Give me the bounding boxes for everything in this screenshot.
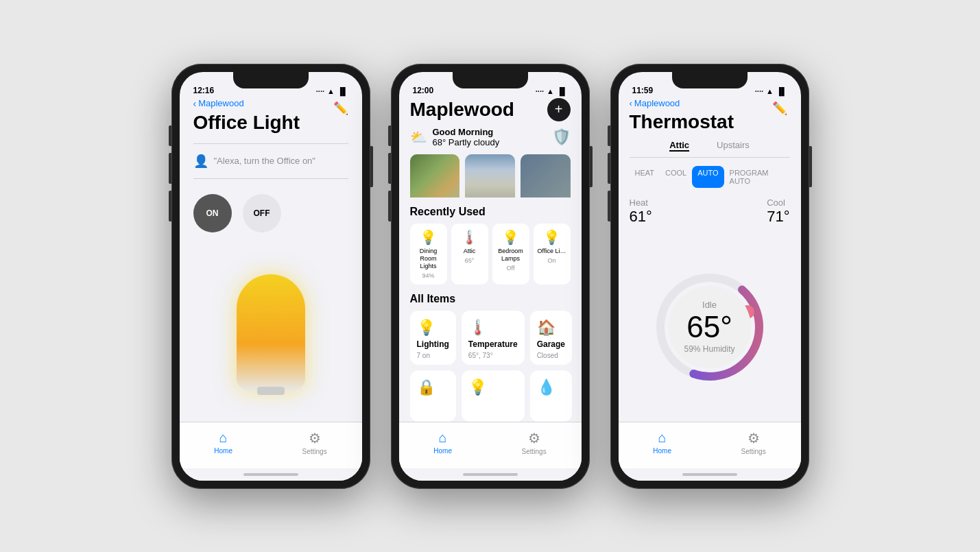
off-button[interactable]: OFF [243, 194, 281, 232]
mode-heat[interactable]: HEAT [630, 166, 660, 188]
settings-icon: ⚙ [748, 430, 760, 446]
recently-used-title: Recently Used [410, 206, 571, 218]
phone-2: 12:00 ···· ▲ ▐▌ Maplewood + ⛅ Go [391, 64, 590, 489]
alexa-icon: 👤 [193, 154, 208, 169]
alexa-text: "Alexa, turn the Office on" [214, 156, 315, 166]
phone3-screen: 11:59 ···· ▲ ▐▌ ‹ Maplewood Thermostat ✏… [619, 72, 801, 481]
mode-program-auto[interactable]: PROGRAM AUTO [724, 166, 790, 188]
edit-icon[interactable]: ✏️ [333, 101, 348, 116]
bulb-icon: 💡 [468, 379, 518, 396]
item-lock[interactable]: 🔒 [410, 370, 456, 422]
toggle-row: ON OFF [193, 194, 348, 232]
cool-section: Cool 71° [767, 197, 789, 226]
settings-icon: ⚙ [309, 430, 321, 446]
nav-home[interactable]: ⌂ Home [653, 430, 671, 455]
bottom-nav: ⌂ Home ⚙ Settings [619, 422, 801, 468]
status-icons: ···· ▲ ▐▌ [755, 87, 787, 95]
device-dining-room[interactable]: 💡 Dining Room Lights 94% [410, 224, 447, 284]
security-shield-icon: 🛡️ [552, 128, 571, 146]
phone1-screen: 12:16 ···· ▲ ▐▌ ‹ Maplewood Office Light… [180, 72, 362, 481]
weather-icon: ⛅ [410, 129, 427, 145]
item-temperature[interactable]: 🌡️ Temperature 65°, 73° [462, 311, 525, 365]
backyard-image [410, 154, 460, 198]
weather-detail: 68° Partly cloudy [433, 137, 500, 147]
phone3-main: ‹ Maplewood Thermostat ✏️ Attic Upstairs… [619, 98, 801, 422]
light-bulb-visual [193, 250, 348, 415]
on-button[interactable]: ON [193, 194, 232, 232]
back-chevron-icon: ‹ [630, 98, 632, 108]
nav-home-label: Home [433, 447, 452, 455]
home-indicator [619, 468, 801, 481]
device-bedroom[interactable]: 💡 Bedroom Lamps Off [492, 224, 529, 284]
heat-cool-row: Heat 61° Cool 71° [630, 197, 790, 226]
locations-row: Backyard Main House W [410, 154, 571, 198]
garage-name: Garage [537, 339, 565, 349]
phones-container: 12:16 ···· ▲ ▐▌ ‹ Maplewood Office Light… [158, 50, 823, 503]
back-label: Maplewood [198, 98, 244, 108]
page-title: Office Light [193, 112, 348, 134]
status-time: 12:00 [413, 86, 434, 95]
item-garage[interactable]: 🏠 Garage Closed [530, 311, 572, 365]
item-water[interactable]: 💧 [530, 370, 572, 422]
attic-icon: 🌡️ [461, 229, 478, 245]
bedroom-status: Off [507, 265, 515, 272]
cool-label: Cool [767, 197, 789, 208]
room-tabs: Attic Upstairs [630, 140, 790, 158]
location-w[interactable]: W [521, 154, 571, 198]
settings-icon: ⚙ [528, 430, 540, 446]
nav-settings[interactable]: ⚙ Settings [522, 430, 547, 455]
nav-home-label: Home [653, 447, 671, 455]
battery-icon: ▐▌ [557, 87, 568, 95]
tab-attic[interactable]: Attic [669, 140, 689, 152]
nav-settings-label: Settings [302, 448, 327, 455]
light-bulb [237, 274, 305, 391]
nav-home[interactable]: ⌂ Home [433, 430, 452, 455]
status-icons: ···· ▲ ▐▌ [316, 87, 348, 95]
home-icon: ⌂ [439, 430, 447, 446]
all-items-grid: 💡 Lighting 7 on 🌡️ Temperature 65°, 73° … [410, 311, 571, 422]
add-button[interactable]: + [547, 98, 571, 121]
item-lighting[interactable]: 💡 Lighting 7 on [410, 311, 456, 365]
nav-settings[interactable]: ⚙ Settings [741, 430, 766, 455]
item-bulb[interactable]: 💡 [462, 370, 525, 422]
mode-auto[interactable]: AUTO [692, 166, 724, 188]
tab-upstairs[interactable]: Upstairs [717, 140, 750, 152]
status-time: 11:59 [632, 86, 654, 95]
home-indicator [180, 468, 362, 481]
weather-greeting: Good Morning [433, 127, 494, 137]
weather-text: Good Morning 68° Partly cloudy [433, 127, 500, 147]
location-main-house[interactable]: Main House [465, 154, 515, 198]
nav-home[interactable]: ⌂ Home [214, 430, 232, 455]
office-name: Office Li… [538, 248, 566, 255]
phone2-main: Maplewood + ⛅ Good Morning 68° Partly cl… [399, 98, 582, 422]
dining-room-icon: 💡 [420, 229, 437, 245]
maplewood-header: Maplewood + [410, 98, 571, 121]
maplewood-title: Maplewood [410, 99, 514, 121]
heat-label: Heat [630, 197, 652, 208]
phone-1: 12:16 ···· ▲ ▐▌ ‹ Maplewood Office Light… [171, 64, 370, 489]
home-icon: ⌂ [219, 430, 228, 446]
thermostat-title: Thermostat [630, 111, 790, 133]
on-label: ON [206, 208, 219, 218]
phone-3: 11:59 ···· ▲ ▐▌ ‹ Maplewood Thermostat ✏… [610, 64, 809, 489]
device-office[interactable]: 💡 Office Li… On [534, 224, 571, 284]
heat-value: 61° [630, 208, 652, 226]
nav-settings[interactable]: ⚙ Settings [302, 430, 327, 455]
wifi-icon: ▲ [766, 87, 774, 95]
back-link[interactable]: ‹ Maplewood [193, 98, 348, 109]
nav-settings-label: Settings [741, 448, 766, 455]
device-attic[interactable]: 🌡️ Attic 65° [451, 224, 488, 284]
mode-cool[interactable]: COOL [660, 166, 692, 188]
location-backyard[interactable]: Backyard [410, 154, 460, 198]
edit-icon[interactable]: ✏️ [772, 101, 787, 116]
garage-icon: 🏠 [537, 319, 565, 337]
bedroom-icon: 💡 [502, 229, 519, 245]
home-bar [243, 473, 298, 476]
back-link[interactable]: ‹ Maplewood [630, 98, 790, 108]
status-time: 12:16 [193, 86, 215, 95]
phone2-screen: 12:00 ···· ▲ ▐▌ Maplewood + ⛅ Go [399, 72, 582, 481]
notch [453, 72, 528, 88]
lock-icon: 🔒 [417, 379, 449, 396]
office-icon: 💡 [543, 229, 560, 245]
home-icon: ⌂ [658, 430, 667, 446]
